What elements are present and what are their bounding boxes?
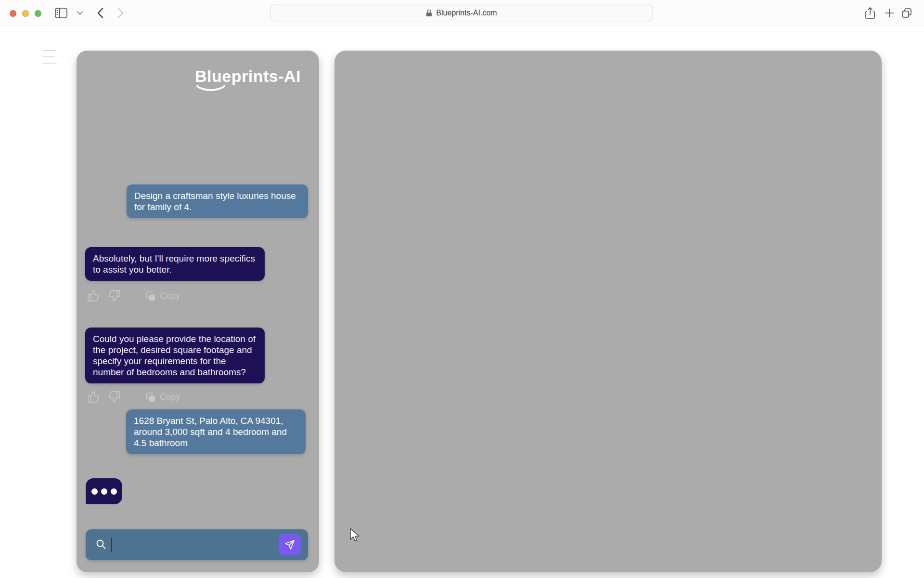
send-button[interactable] <box>279 534 301 555</box>
thumbs-down-button[interactable] <box>108 289 121 302</box>
message-actions: Copy <box>87 289 180 302</box>
back-button[interactable] <box>93 7 107 19</box>
copy-icon[interactable] <box>145 392 155 402</box>
text-caret <box>111 538 112 552</box>
send-icon <box>284 539 295 551</box>
thumbs-up-button[interactable] <box>87 391 100 403</box>
mouse-cursor <box>349 528 362 542</box>
new-tab-icon[interactable] <box>883 7 896 19</box>
copy-label[interactable]: Copy <box>160 291 180 301</box>
chat-input[interactable] <box>115 535 273 554</box>
copy-label[interactable]: Copy <box>160 392 180 402</box>
sidebar-chevron-down-icon[interactable] <box>75 7 85 19</box>
chat-message-user: Design a craftsman style luxuries house … <box>127 184 308 218</box>
lock-icon <box>426 9 432 17</box>
chat-input-bar <box>86 529 308 560</box>
message-actions: Copy <box>87 391 180 403</box>
thumbs-up-button[interactable] <box>87 289 100 302</box>
tab-overview-icon[interactable] <box>900 7 913 19</box>
canvas-panel <box>334 51 882 572</box>
sidebar-toggle-button[interactable] <box>54 7 68 19</box>
forward-button[interactable] <box>114 7 127 19</box>
typing-indicator <box>86 478 122 504</box>
toolbar-divider <box>73 6 73 20</box>
chat-message-assistant: Could you please provide the location of… <box>85 328 265 383</box>
chat-panel: Blueprints-AI Design a craftsman style l… <box>77 51 319 572</box>
chat-message-assistant: Absolutely, but I'll require more specif… <box>85 247 265 281</box>
logo-text: Blueprints-AI <box>195 67 301 85</box>
thumbs-down-button[interactable] <box>108 391 121 403</box>
close-window-button[interactable] <box>10 10 16 17</box>
hamburger-menu-icon[interactable] <box>42 50 57 69</box>
chat-message-user: 1628 Bryant St, Palo Alto, CA 94301, aro… <box>126 409 306 454</box>
address-url: Blueprints-AI.com <box>436 9 497 17</box>
share-icon[interactable] <box>863 7 877 19</box>
logo-smile-icon <box>196 85 227 93</box>
zoom-window-button[interactable] <box>35 10 41 17</box>
copy-icon[interactable] <box>145 291 155 301</box>
logo: Blueprints-AI <box>195 67 301 93</box>
minimize-window-button[interactable] <box>22 10 29 17</box>
address-bar[interactable]: Blueprints-AI.com <box>270 4 653 22</box>
browser-toolbar: Blueprints-AI.com <box>0 0 924 26</box>
search-icon <box>95 539 107 551</box>
